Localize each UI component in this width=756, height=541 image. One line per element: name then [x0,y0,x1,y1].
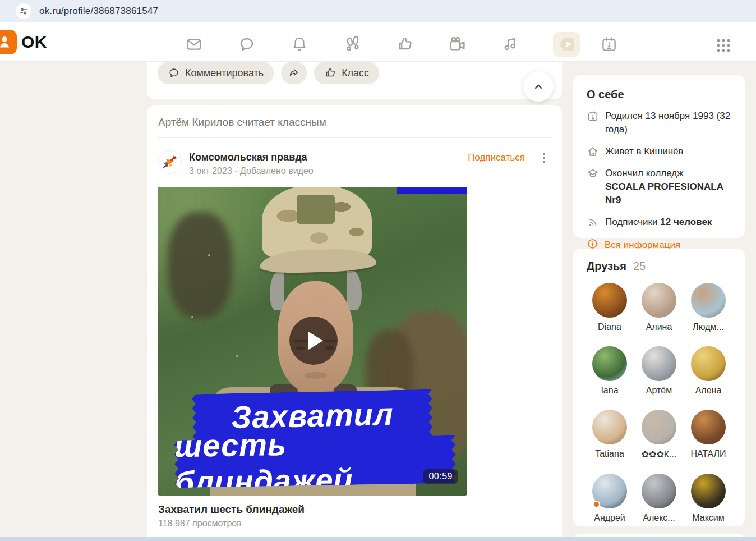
friend-avatar[interactable] [691,410,726,444]
ok-profile-page: ok.ru/profile/386873861547 OK [0,0,756,541]
friend-avatar[interactable] [642,346,676,381]
video-title[interactable]: Захватил шесть блиндажей [158,503,305,516]
about-card: О себе 1 Родился 13 ноября 1993 (32 года… [573,75,745,238]
svg-text:1: 1 [607,41,611,48]
chevron-up-icon [531,79,546,94]
friend-name: Людм... [693,322,724,332]
events-icon[interactable]: 1 [599,34,619,54]
friends-title[interactable]: Друзья [587,260,626,273]
comment-icon [168,67,180,79]
friend-item[interactable]: Алекс... [634,474,684,523]
subscribe-link[interactable]: Подписаться [468,152,525,163]
guests-icon[interactable] [342,34,362,54]
comment-button[interactable]: Комментировать [158,62,274,84]
about-education-row: Окончил колледж SCOALA PROFESIONALA Nr9 [587,167,731,207]
video-duration: 00:59 [423,469,458,484]
friend-name: Tatiana [595,449,624,459]
bottom-window-edge [0,537,756,541]
svg-text:1: 1 [592,114,594,119]
browser-address-bar: ok.ru/profile/386873861547 [0,0,756,22]
author-avatar[interactable] [158,150,182,174]
blue-corner-ribbon [397,187,467,194]
friend-name: ✿✿✿К... [642,449,677,460]
kp-bird-logo-icon [160,153,179,172]
about-city-row: Живет в Кишинёв [587,145,731,158]
ok-logo-text: OK [21,33,47,52]
friend-name: Diana [598,322,621,332]
video-thumbnail[interactable]: Захватил шесть блиндажей 00:59 [158,187,467,496]
subscribers-label: Подписчики [605,217,660,227]
friend-item[interactable]: ✿✿✿К... [634,410,684,460]
video-caption-banner: Захватил [192,389,433,442]
friend-avatar[interactable] [691,346,726,381]
friend-item[interactable]: Людм... [684,283,733,332]
post-meta: 3 окт 2023 · Добавлено видео [189,166,468,176]
music-icon[interactable] [500,34,520,54]
play-icon [308,332,323,350]
like-button-label: Класс [342,67,369,79]
friend-avatar[interactable] [592,410,627,444]
friend-name: Алина [646,322,672,332]
post-menu-icon[interactable] [537,152,551,165]
site-info-icon[interactable] [16,3,31,19]
city-text: Живет в Кишинёв [605,145,684,158]
friend-item[interactable]: НАТАЛИ [684,410,733,460]
apps-grid-icon[interactable] [716,38,731,53]
video-camera-icon[interactable] [448,34,468,54]
previous-post-card: Комментировать Класс [147,62,562,99]
feed-reason-text: Артём Кирилов считает классным [147,105,562,137]
about-subscribers-row: Подписчики 12 человек [587,216,731,229]
video-views: 118 987 просмотров [158,519,242,529]
friend-name: Iana [601,386,618,396]
friend-item[interactable]: Максим [684,474,733,523]
video-section-active-icon[interactable] [553,32,580,57]
friend-avatar[interactable] [642,410,676,444]
friend-avatar[interactable] [642,283,676,318]
about-title: О себе [587,88,731,101]
like-button[interactable]: Класс [314,62,379,84]
subscribers-value: 12 человек [660,217,712,227]
friend-item[interactable]: Алина [634,283,684,332]
friend-name: Артём [646,386,672,396]
scroll-to-top-button[interactable] [523,71,554,102]
url-text[interactable]: ok.ru/profile/386873861547 [39,6,158,17]
thumbs-up-icon [324,67,336,79]
post-header: Комсомольская правда 3 окт 2023 · Добавл… [147,138,562,176]
friend-item[interactable]: Артём [634,346,684,396]
main-navigation: 1 [184,32,652,57]
online-indicator [593,501,600,508]
post-card: Артём Кирилов считает классным Комсомоль… [147,105,562,537]
share-button[interactable] [281,62,307,84]
friend-name: Алена [695,386,722,396]
friend-name: Максим [692,513,725,523]
about-birthday-row: 1 Родился 13 ноября 1993 (32 года) [587,109,731,136]
video-caption-banner: шесть блиндажей [174,435,456,488]
ok-logo-icon [0,30,17,54]
friends-grid: DianaАлинаЛюдм...IanaАртёмАленаTatiana✿✿… [579,283,739,523]
friend-name: Алекс... [643,513,675,523]
reactions-icon[interactable] [395,34,415,54]
friend-item[interactable]: Diana [585,283,634,332]
friend-item[interactable]: Tatiana [585,410,634,460]
graduation-cap-icon [587,167,599,180]
friend-name: Андрей [594,513,625,523]
friend-item[interactable]: Алена [684,346,733,396]
discussions-icon[interactable] [237,34,257,54]
notifications-icon[interactable] [289,34,310,54]
education-label: Окончил колледж [605,168,684,178]
friends-count: 25 [633,260,646,273]
friend-avatar[interactable] [691,474,726,508]
ok-logo[interactable]: OK [0,30,47,54]
messages-icon[interactable] [184,34,204,54]
education-value: SCOALA PROFESIONALA Nr9 [605,181,723,205]
author-name[interactable]: Комсомольская правда [189,150,468,164]
friend-item[interactable]: Андрей [585,474,634,523]
friend-item[interactable]: Iana [585,346,634,396]
friend-avatar[interactable] [691,283,726,318]
app-header: OK [0,23,756,62]
play-button[interactable] [289,317,338,365]
friend-avatar[interactable] [592,346,627,381]
friend-avatar[interactable] [642,474,676,508]
friend-avatar[interactable] [592,474,627,508]
friend-avatar[interactable] [592,283,627,318]
